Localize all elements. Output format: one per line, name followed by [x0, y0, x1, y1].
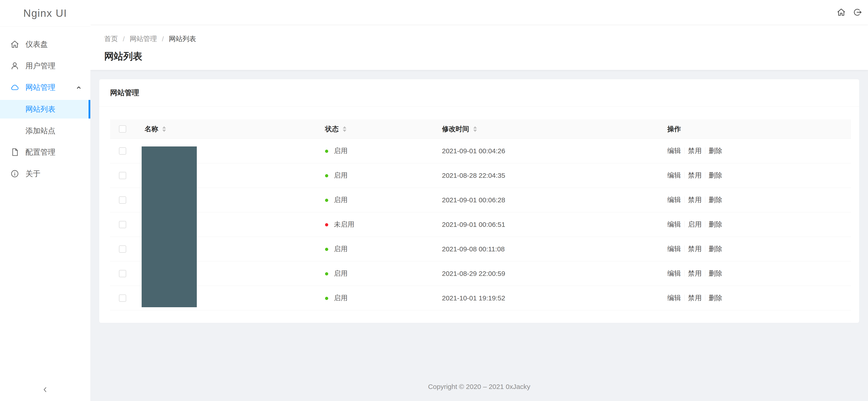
column-header-modified-time[interactable]: 修改时间	[442, 124, 668, 134]
column-label: 修改时间	[442, 124, 469, 134]
row-checkbox-cell	[110, 172, 135, 179]
actions-cell: 编辑禁用删除	[668, 269, 851, 278]
site-management-card: 网站管理 名称	[99, 79, 859, 323]
action-divider	[684, 295, 685, 301]
card-header: 网站管理	[99, 79, 859, 107]
toggle-status-action[interactable]: 禁用	[688, 270, 702, 277]
delete-action[interactable]: 删除	[709, 196, 722, 204]
breadcrumb-home[interactable]: 首页	[104, 34, 118, 43]
actions-cell: 编辑禁用删除	[668, 195, 851, 205]
sidebar-item-website-management[interactable]: 网站管理	[0, 78, 90, 96]
info-icon	[10, 169, 20, 179]
breadcrumb-separator: /	[162, 35, 164, 43]
delete-action[interactable]: 删除	[709, 245, 722, 252]
cloud-icon	[10, 83, 20, 92]
row-checkbox-cell	[110, 270, 135, 277]
app-root: Nginx UI 仪表盘 用户管理	[0, 0, 868, 401]
toggle-status-action[interactable]: 禁用	[688, 172, 702, 179]
actions-cell: 编辑禁用删除	[668, 244, 851, 254]
page-title: 网站列表	[104, 50, 868, 63]
status-label: 启用	[334, 196, 347, 204]
edit-action[interactable]: 编辑	[668, 220, 681, 228]
page-header: 首页 / 网站管理 / 网站列表 网站列表	[90, 24, 868, 70]
user-icon	[10, 61, 20, 71]
delete-action[interactable]: 删除	[709, 270, 722, 277]
row-checkbox[interactable]	[119, 245, 126, 253]
edit-action[interactable]: 编辑	[668, 196, 681, 204]
delete-action[interactable]: 删除	[709, 147, 722, 154]
toggle-status-action[interactable]: 禁用	[688, 147, 702, 154]
sidebar-item-users[interactable]: 用户管理	[0, 57, 90, 75]
column-header-status[interactable]: 状态	[325, 124, 442, 134]
sidebar-item-label: 网站列表	[25, 104, 55, 115]
status-dot-icon	[325, 150, 328, 153]
actions-cell: 编辑禁用删除	[668, 146, 851, 156]
app-logo: Nginx UI	[0, 0, 90, 27]
status-cell: 启用	[325, 171, 442, 180]
modified-time: 2021-08-29 22:00:59	[442, 270, 668, 277]
status-cell: 启用	[325, 294, 442, 303]
status-cell: 启用	[325, 244, 442, 254]
delete-action[interactable]: 删除	[709, 172, 722, 179]
sidebar-item-website-list[interactable]: 网站列表	[0, 100, 90, 119]
row-checkbox-cell	[110, 295, 135, 302]
row-checkbox-cell	[110, 147, 135, 155]
action-divider	[684, 270, 685, 276]
select-all-checkbox[interactable]	[119, 125, 126, 133]
table-header-checkbox-cell	[110, 125, 135, 133]
table-row: 启用 2021-08-29 22:00:59 编辑禁用删除	[110, 261, 851, 286]
status-cell: 启用	[325, 146, 442, 156]
sidebar-item-add-site[interactable]: 添加站点	[0, 122, 90, 140]
delete-action[interactable]: 删除	[709, 294, 722, 302]
modified-time: 2021-09-01 00:06:51	[442, 221, 668, 228]
sidebar-item-label: 添加站点	[25, 126, 55, 136]
home-icon[interactable]	[837, 8, 846, 17]
action-divider	[705, 245, 705, 252]
action-divider	[705, 270, 705, 276]
main-area: 首页 / 网站管理 / 网站列表 网站列表 网站管理	[90, 0, 868, 401]
row-checkbox[interactable]	[119, 270, 126, 277]
toggle-status-action[interactable]: 禁用	[688, 294, 702, 302]
sidebar-item-about[interactable]: 关于	[0, 165, 90, 183]
breadcrumb-separator: /	[123, 35, 125, 43]
sidebar-item-dashboard[interactable]: 仪表盘	[0, 35, 90, 53]
edit-action[interactable]: 编辑	[668, 172, 681, 179]
action-divider	[705, 147, 705, 154]
toggle-status-action[interactable]: 禁用	[688, 196, 702, 204]
sidebar-item-config-management[interactable]: 配置管理	[0, 143, 90, 161]
row-checkbox[interactable]	[119, 295, 126, 302]
sidebar-item-label: 用户管理	[25, 61, 55, 71]
status-cell: 未启用	[325, 220, 442, 229]
row-checkbox[interactable]	[119, 196, 126, 204]
chevron-left-icon	[41, 386, 49, 394]
action-divider	[684, 196, 685, 203]
breadcrumb-website-management[interactable]: 网站管理	[130, 34, 157, 43]
edit-action[interactable]: 编辑	[668, 270, 681, 277]
status-label: 启用	[334, 245, 347, 252]
column-label: 状态	[325, 124, 339, 134]
status-label: 启用	[334, 270, 347, 277]
table-row: 启用 2021-09-01 00:06:28 编辑禁用删除	[110, 188, 851, 212]
toggle-status-action[interactable]: 启用	[688, 220, 702, 228]
action-divider	[684, 245, 685, 252]
chevron-up-icon	[75, 84, 82, 91]
status-dot-icon	[325, 272, 328, 275]
toggle-status-action[interactable]: 禁用	[688, 245, 702, 252]
row-checkbox[interactable]	[119, 221, 126, 228]
edit-action[interactable]: 编辑	[668, 147, 681, 154]
status-label: 启用	[334, 147, 347, 154]
edit-action[interactable]: 编辑	[668, 294, 681, 302]
modified-time: 2021-09-08 00:11:08	[442, 245, 668, 253]
breadcrumb-current: 网站列表	[169, 34, 196, 43]
edit-action[interactable]: 编辑	[668, 245, 681, 252]
status-dot-icon	[325, 248, 328, 251]
column-header-name[interactable]: 名称	[135, 124, 325, 134]
row-checkbox[interactable]	[119, 172, 126, 179]
sidebar-collapse-button[interactable]	[0, 383, 90, 397]
status-cell: 启用	[325, 195, 442, 205]
row-checkbox[interactable]	[119, 147, 126, 155]
delete-action[interactable]: 删除	[709, 220, 722, 228]
home-icon	[10, 39, 20, 49]
logout-icon[interactable]	[853, 8, 862, 17]
sidebar-item-label: 仪表盘	[25, 39, 48, 50]
